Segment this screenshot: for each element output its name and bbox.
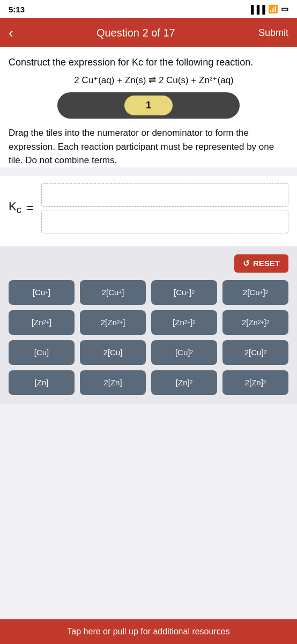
- kc-denominator-slot[interactable]: [41, 210, 288, 233]
- reset-label: RESET: [253, 259, 280, 268]
- tile-2zn[interactable]: 2[Zn]: [80, 370, 146, 395]
- resources-label: Tap here or pull up for additional resou…: [67, 627, 229, 636]
- status-bar: 5:13 ▐▐▐ 📶 ▭: [0, 0, 297, 18]
- tile-cu-plus[interactable]: [Cu+]: [9, 280, 75, 305]
- tile-2cu[interactable]: 2[Cu]: [80, 340, 146, 365]
- tile-2cu-plus-sq[interactable]: 2[Cu+]2: [222, 280, 288, 305]
- reset-button[interactable]: ↺ RESET: [234, 254, 288, 273]
- kc-label: Kc: [9, 200, 21, 216]
- main-content: Construct the expression for Kc for the …: [0, 47, 297, 167]
- tile-zn2-plus[interactable]: [Zn2+]: [9, 310, 75, 335]
- tile-2cu-sq[interactable]: 2[Cu]2: [222, 340, 288, 365]
- status-icons: ▐▐▐ 📶 ▭: [248, 4, 288, 14]
- signal-icon: ▐▐▐: [248, 5, 265, 14]
- tile-zn2-plus-sq[interactable]: [Zn2+]2: [151, 310, 217, 335]
- header-title: Question 2 of 17: [96, 27, 175, 39]
- resources-bar[interactable]: Tap here or pull up for additional resou…: [0, 619, 297, 644]
- fraction-value: 1: [124, 96, 173, 115]
- header: ‹ Question 2 of 17 Submit: [0, 18, 297, 47]
- tile-2cu-plus[interactable]: 2[Cu+]: [80, 280, 146, 305]
- tiles-grid: [Cu+]2[Cu+][Cu+]22[Cu+]2[Zn2+]2[Zn2+][Zn…: [9, 280, 288, 395]
- tile-2zn-sq[interactable]: 2[Zn]2: [222, 370, 288, 395]
- back-button[interactable]: ‹: [9, 26, 13, 40]
- tile-2zn2-plus-sq[interactable]: 2[Zn2+]2: [222, 310, 288, 335]
- instruction-text: Drag the tiles into the numerator or den…: [9, 126, 288, 167]
- submit-button[interactable]: Submit: [258, 27, 288, 39]
- question-text: Construct the expression for Kc for the …: [9, 56, 288, 69]
- tile-cu[interactable]: [Cu]: [9, 340, 75, 365]
- battery-icon: ▭: [281, 4, 288, 14]
- kc-equals: =: [27, 201, 34, 215]
- wifi-icon: 📶: [268, 4, 278, 14]
- tile-cu-sq[interactable]: [Cu]2: [151, 340, 217, 365]
- fraction-row: 1: [9, 92, 288, 119]
- reset-icon: ↺: [243, 259, 250, 268]
- tile-zn[interactable]: [Zn]: [9, 370, 75, 395]
- tile-2zn2-plus[interactable]: 2[Zn2+]: [80, 310, 146, 335]
- status-time: 5:13: [9, 5, 25, 14]
- tile-zn-sq[interactable]: [Zn]2: [151, 370, 217, 395]
- kc-area: Kc =: [0, 176, 297, 246]
- reaction-text: 2 Cu⁺(aq) + Zn(s) ⇌ 2 Cu(s) + Zn²⁺(aq): [74, 75, 233, 85]
- fraction-pill-outer: 1: [57, 92, 240, 119]
- reaction-equation: 2 Cu⁺(aq) + Zn(s) ⇌ 2 Cu(s) + Zn²⁺(aq): [9, 75, 288, 86]
- tiles-area: ↺ RESET [Cu+]2[Cu+][Cu+]22[Cu+]2[Zn2+]2[…: [0, 246, 297, 404]
- kc-numerator-slot[interactable]: [41, 183, 288, 207]
- reset-row: ↺ RESET: [9, 254, 288, 273]
- kc-fraction: [41, 181, 288, 235]
- tile-cu-plus-sq[interactable]: [Cu+]2: [151, 280, 217, 305]
